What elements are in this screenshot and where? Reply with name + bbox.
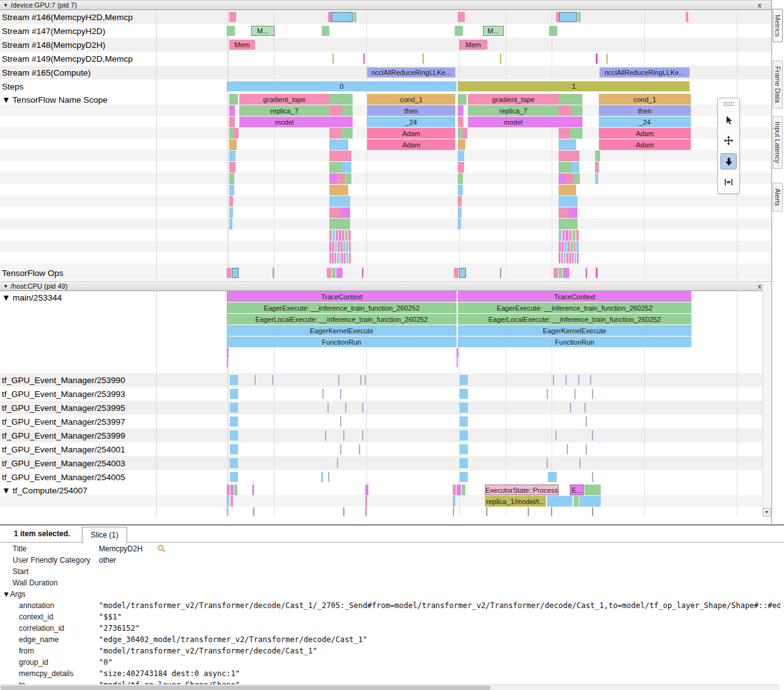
trace-slice[interactable] — [586, 268, 587, 278]
trace-slice[interactable] — [328, 472, 329, 482]
trace-slice[interactable] — [322, 26, 329, 36]
trace-slice[interactable] — [548, 472, 557, 482]
trace-slice[interactable] — [554, 268, 558, 278]
trace-slice[interactable] — [230, 458, 238, 468]
trace-slice[interactable] — [577, 12, 581, 22]
slice-replica-7[interactable]: replica_7 — [468, 105, 559, 116]
trace-slice[interactable] — [454, 268, 458, 278]
trace-slice[interactable] — [458, 105, 463, 116]
trace-slice[interactable] — [565, 375, 567, 385]
gpu-close-button[interactable]: x — [758, 1, 762, 9]
trace-slice[interactable] — [329, 241, 351, 252]
trace-slice[interactable] — [325, 430, 326, 440]
trace-slice[interactable] — [528, 507, 529, 516]
trace-slice[interactable] — [547, 458, 548, 468]
trace-slice[interactable] — [229, 162, 236, 173]
trace-slice[interactable] — [337, 458, 338, 468]
zoom-tool-icon[interactable] — [720, 153, 737, 170]
side-tab-alerts[interactable]: Alerts — [773, 183, 783, 212]
trace-slice[interactable] — [329, 253, 351, 263]
slice-eagerexecute-inference-train-function-26[interactable]: EagerExecute: __inference_train_function… — [458, 302, 691, 313]
trace-slice[interactable] — [227, 485, 230, 495]
side-tab-frame-data[interactable]: Frame Data — [773, 60, 783, 108]
vertical-scrollbar[interactable] — [763, 282, 771, 516]
trace-slice[interactable] — [559, 12, 577, 22]
trace-slice[interactable] — [329, 219, 350, 229]
trace-slice[interactable] — [559, 105, 572, 116]
trace-slice[interactable] — [230, 417, 238, 427]
trace-slice[interactable] — [457, 485, 461, 495]
trace-slice[interactable] — [360, 375, 361, 385]
trace-slice[interactable] — [423, 54, 424, 64]
trace-slice[interactable] — [230, 389, 238, 399]
trace-slice[interactable] — [570, 128, 582, 139]
slice-gradient-tape[interactable]: gradient_tape — [239, 94, 329, 105]
trace-slice[interactable] — [329, 117, 353, 127]
trace-slice[interactable] — [329, 173, 337, 184]
trace-slice[interactable] — [341, 207, 350, 218]
trace-slice[interactable] — [332, 54, 334, 64]
trace-slice[interactable] — [606, 54, 608, 64]
trace-slice[interactable] — [596, 54, 598, 64]
slice-gradient-tape[interactable]: gradient_tape — [468, 94, 559, 105]
trace-slice[interactable] — [329, 196, 350, 207]
trace-slice[interactable] — [549, 26, 557, 36]
trace-slice[interactable] — [453, 496, 455, 507]
trace-slice[interactable] — [329, 139, 348, 150]
trace-slice[interactable] — [559, 253, 579, 263]
trace-slice[interactable] — [458, 139, 465, 150]
trace-slice[interactable] — [234, 128, 239, 139]
trace-slice[interactable] — [230, 472, 238, 482]
trace-slice[interactable] — [559, 196, 577, 207]
side-tab-metrics[interactable]: Metrics — [773, 9, 783, 42]
trace-slice[interactable] — [332, 268, 336, 278]
trace-slice[interactable] — [365, 375, 366, 385]
trace-slice[interactable] — [345, 403, 346, 413]
trace-slice[interactable] — [253, 485, 254, 495]
trace-slice[interactable] — [584, 485, 601, 495]
trace-slice[interactable] — [229, 12, 236, 22]
slice-model[interactable]: model — [239, 117, 329, 127]
trace-slice[interactable] — [327, 403, 329, 413]
trace-slice[interactable] — [353, 12, 356, 22]
horizontal-scrollbar-thumb[interactable] — [1, 686, 491, 690]
trace-slice[interactable] — [329, 105, 342, 116]
trace-slice[interactable] — [570, 403, 571, 413]
slice-adam[interactable]: Adam — [367, 128, 455, 139]
trace-slice[interactable] — [230, 485, 234, 495]
trace-slice[interactable] — [342, 105, 353, 116]
trace-slice[interactable] — [458, 173, 463, 184]
trace-slice[interactable] — [344, 173, 351, 184]
slice-eagerlocalexecute-inference-train-functi[interactable]: EagerLocalExecute: __inference_train_fun… — [458, 314, 691, 325]
trace-slice[interactable] — [341, 128, 353, 139]
trace-slice[interactable] — [329, 230, 351, 241]
slice-24[interactable]: _24 — [599, 117, 691, 127]
trace-slice[interactable] — [230, 430, 238, 440]
slice-eagerlocalexecute-inference-train-functi[interactable]: EagerLocalExecute: __inference_train_fun… — [227, 314, 457, 325]
slice-adam[interactable]: Adam — [599, 139, 691, 150]
trace-slice[interactable] — [340, 417, 341, 427]
trace-slice[interactable] — [559, 151, 579, 161]
trace-slice[interactable] — [272, 375, 273, 385]
trace-slice[interactable] — [227, 496, 229, 507]
trace-slice[interactable] — [460, 472, 468, 482]
trace-slice[interactable] — [331, 12, 353, 22]
trace-slice[interactable] — [365, 485, 368, 495]
trace-slice[interactable] — [343, 507, 344, 516]
trace-slice[interactable] — [559, 268, 562, 278]
trace-slice[interactable] — [455, 26, 463, 36]
trace-slice[interactable] — [321, 472, 323, 482]
slice-0[interactable]: 0 — [227, 81, 457, 91]
slice-executorstate-process[interactable]: ExecutorState::Process — [485, 485, 559, 495]
trace-slice[interactable] — [459, 268, 466, 278]
slice-eagerexecute-inference-train-function-26[interactable]: EagerExecute: __inference_train_function… — [227, 302, 457, 313]
scroll-down-button[interactable]: ▼ — [763, 508, 771, 517]
slice-m[interactable]: M... — [483, 26, 504, 36]
trace-slice[interactable] — [574, 389, 576, 399]
trace-slice[interactable] — [553, 375, 554, 385]
trace-slice[interactable] — [460, 389, 468, 399]
trace-slice[interactable] — [229, 128, 234, 139]
slice-tracecontext[interactable]: TraceContext — [458, 291, 691, 302]
trace-slice[interactable] — [227, 359, 228, 367]
trace-slice[interactable] — [229, 139, 237, 150]
